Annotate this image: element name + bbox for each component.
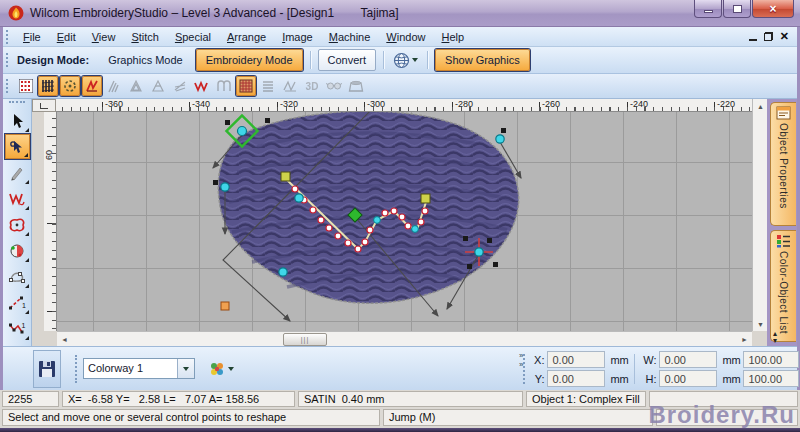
- tab-object-properties[interactable]: Object Properties: [770, 102, 796, 226]
- toolbar-drag-handle[interactable]: [6, 30, 11, 44]
- tab-label: Color-Object List: [778, 251, 789, 334]
- scroll-up-icon[interactable]: ▲: [753, 99, 768, 113]
- penline-tool[interactable]: 1: [5, 290, 30, 315]
- toolbar-drag-handle[interactable]: [6, 53, 11, 67]
- ruler-label: -300: [367, 99, 385, 109]
- h-field[interactable]: [659, 370, 717, 387]
- h-scale-field[interactable]: [743, 370, 799, 387]
- node-edit-tool[interactable]: [5, 264, 30, 289]
- maximize-button[interactable]: [723, 0, 751, 18]
- menu-window[interactable]: Window: [378, 28, 433, 46]
- ruler-label: -220: [717, 99, 735, 109]
- stitch-lines-icon[interactable]: [258, 76, 278, 96]
- origin-icon: [40, 103, 48, 109]
- motif-fill-icon[interactable]: [60, 76, 80, 96]
- tab-scroll-arrows[interactable]: ▴▾: [773, 330, 777, 344]
- reshape-tool[interactable]: [5, 134, 30, 159]
- menu-view[interactable]: View: [84, 28, 124, 46]
- scroll-down-icon[interactable]: ▼: [753, 317, 768, 331]
- separator: [427, 51, 428, 69]
- menu-help[interactable]: Help: [433, 28, 472, 46]
- mdi-close-button[interactable]: ✕: [780, 31, 789, 42]
- menu-edit[interactable]: Edit: [49, 28, 84, 46]
- design-canvas[interactable]: [57, 112, 752, 331]
- convert-button[interactable]: Convert: [318, 49, 377, 71]
- menu-special[interactable]: Special: [167, 28, 219, 46]
- hoop-icon[interactable]: [346, 76, 366, 96]
- stitch-toolbar: 3D: [3, 74, 797, 99]
- fusion-fill-arrow-icon[interactable]: [148, 76, 168, 96]
- graphics-mode-button[interactable]: Graphics Mode: [99, 50, 192, 70]
- colorway-dropdown-button[interactable]: [177, 359, 194, 378]
- status-spacer: [656, 409, 798, 426]
- lettering-tool[interactable]: [5, 186, 30, 211]
- 3d-warp-icon[interactable]: 3D: [302, 76, 322, 96]
- menu-stitch[interactable]: Stitch: [123, 28, 167, 46]
- y-label: Y:: [529, 373, 547, 385]
- ruler-origin-button[interactable]: [32, 99, 56, 112]
- knife-tool[interactable]: [5, 160, 30, 185]
- pattern-stamp-icon[interactable]: [16, 76, 36, 96]
- exit-point-square[interactable]: [221, 302, 229, 310]
- toolbar-drag-handle[interactable]: [9, 101, 25, 107]
- menu-file[interactable]: File: [15, 28, 49, 46]
- scroll-left-icon[interactable]: ◄: [57, 332, 72, 347]
- document-area: -360 -340 -320 -300 -280 -260 -240 -220 …: [32, 99, 767, 346]
- menu-image[interactable]: Image: [274, 28, 321, 46]
- colorway-select[interactable]: Colorway 1: [83, 358, 195, 379]
- show-graphics-button[interactable]: Show Graphics: [435, 49, 530, 71]
- ruler-label: -320: [280, 99, 298, 109]
- w-scale-field[interactable]: [743, 351, 799, 368]
- scrollbar-thumb[interactable]: |||: [283, 333, 327, 346]
- hoop-globe-button[interactable]: [389, 50, 422, 71]
- hand-stitch-icon[interactable]: [280, 76, 300, 96]
- y-field[interactable]: [547, 370, 605, 387]
- horizontal-scrollbar[interactable]: ◄ ||| ►: [57, 331, 752, 346]
- ellipse-object-tool[interactable]: [5, 238, 30, 263]
- design-save-button[interactable]: [33, 350, 61, 388]
- dropdown-caret-icon: [183, 367, 189, 371]
- work-area: 1 1 -360 -340 -320 -300 -280 -260 -240 -…: [0, 99, 800, 346]
- select-tool[interactable]: [5, 108, 30, 133]
- scroll-right-icon[interactable]: ►: [737, 332, 752, 347]
- position-size-panel: »» X: mm W: mm % Y: mm H: mm %: [519, 347, 797, 391]
- toolbar-drag-handle[interactable]: [75, 355, 77, 383]
- fancy-fill-icon[interactable]: [82, 76, 102, 96]
- feather-edge-icon[interactable]: [170, 76, 190, 96]
- floppy-disk-icon: [38, 360, 56, 378]
- stitch-edit-tool[interactable]: 1: [5, 316, 30, 341]
- close-button[interactable]: ×: [752, 0, 794, 18]
- design-mode-toolbar: Design Mode: Graphics Mode Embroidery Mo…: [3, 47, 797, 74]
- menu-arrange[interactable]: Arrange: [219, 28, 274, 46]
- minimize-button[interactable]: [694, 0, 722, 18]
- status-bar-2: Select and move one or several control p…: [0, 408, 800, 428]
- embroidery-design: [57, 112, 752, 331]
- globe-icon: [393, 52, 410, 69]
- angle-handle[interactable]: [421, 194, 430, 203]
- thread-colors-button[interactable]: [205, 358, 241, 379]
- vertical-scrollbar[interactable]: ▲ ▼: [752, 99, 767, 331]
- wave-fill-icon[interactable]: [192, 76, 212, 96]
- toolbar-drag-handle[interactable]: [523, 354, 525, 384]
- titlebar[interactable]: Wilcom EmbroideryStudio – Level 3 Advanc…: [0, 0, 800, 27]
- program-split-icon[interactable]: [236, 76, 256, 96]
- coil-fill-icon[interactable]: [214, 76, 234, 96]
- x-field[interactable]: [547, 351, 605, 368]
- glasses-icon[interactable]: [324, 76, 344, 96]
- tab-color-object-list[interactable]: Color-Object List: [770, 230, 796, 342]
- angle-handle[interactable]: [281, 172, 290, 181]
- menu-machine[interactable]: Machine: [321, 28, 379, 46]
- contour-fill-icon[interactable]: [104, 76, 124, 96]
- w-field[interactable]: [659, 351, 717, 368]
- tatami-fill-icon[interactable]: [38, 76, 58, 96]
- closed-object-tool[interactable]: [5, 212, 30, 237]
- toolbar-drag-handle[interactable]: [6, 79, 11, 93]
- w-unit: mm: [717, 354, 743, 366]
- mdi-minimize-button[interactable]: [749, 39, 757, 41]
- fusion-fill-icon[interactable]: [126, 76, 146, 96]
- maximize-icon: [733, 5, 742, 13]
- mdi-restore-button[interactable]: [764, 32, 773, 41]
- window-border: [0, 428, 800, 432]
- embroidery-mode-button[interactable]: Embroidery Mode: [196, 49, 303, 71]
- status-bar-1: 2255 X= -6.58 Y= 2.58 L= 7.07 A= 158.56 …: [0, 390, 800, 408]
